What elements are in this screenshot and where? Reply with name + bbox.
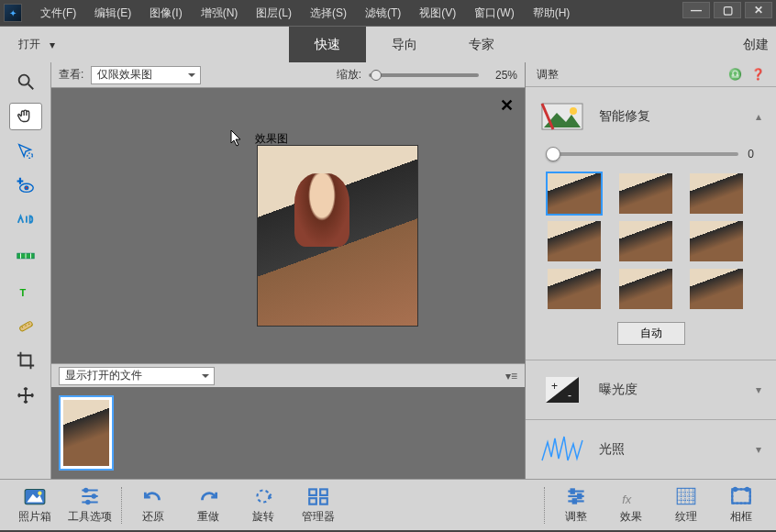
preset-9[interactable] — [690, 269, 743, 309]
menu-window[interactable]: 窗口(W) — [465, 3, 523, 24]
smart-fix-slider[interactable]: 0 — [540, 148, 761, 161]
zoom-label: 缩放: — [337, 67, 361, 83]
frame-button[interactable]: 相框 — [714, 482, 769, 528]
rotate-button[interactable]: 旋转 — [236, 482, 291, 528]
menu-filter[interactable]: 滤镜(T) — [356, 3, 410, 24]
organizer-button[interactable]: 管理器 — [291, 482, 346, 528]
close-image-button[interactable]: ✕ — [500, 95, 514, 116]
view-dropdown[interactable]: 仅限效果图 — [91, 66, 201, 84]
maximize-button[interactable]: ▢ — [714, 2, 741, 18]
minimize-button[interactable]: ― — [682, 2, 710, 18]
menu-view[interactable]: 视图(V) — [410, 3, 465, 24]
adjust-button[interactable]: 调整 — [549, 482, 604, 528]
menu-layer[interactable]: 图层(L) — [247, 3, 301, 24]
svg-rect-31 — [320, 489, 327, 495]
smart-fix-section: 智能修复 ▴ 0 自动 — [526, 87, 776, 360]
canvas-image[interactable] — [257, 145, 418, 327]
workspace: 查看: 仅限效果图 缩放: 25% ✕ 效果图 显示打开的文件 ▾≡ — [51, 62, 525, 479]
svg-point-5 — [25, 186, 28, 190]
menu-help[interactable]: 帮助(H) — [524, 3, 580, 24]
panel-title: 调整 — [537, 67, 559, 83]
svg-point-12 — [21, 327, 22, 327]
svg-rect-33 — [320, 498, 327, 504]
svg-point-29 — [258, 490, 270, 502]
close-button[interactable]: ✕ — [745, 2, 772, 18]
tab-create[interactable]: 创建 — [736, 37, 776, 53]
reset-icon[interactable]: ♎ — [728, 68, 742, 81]
preset-6[interactable] — [690, 221, 743, 261]
filmstrip-menu-icon[interactable]: ▾≡ — [505, 370, 517, 382]
titlebar: ✦ 文件(F) 编辑(E) 图像(I) 增强(N) 图层(L) 选择(S) 滤镜… — [0, 0, 776, 26]
filmstrip-dropdown[interactable]: 显示打开的文件 — [59, 367, 215, 385]
whiten-tool[interactable] — [9, 207, 42, 235]
tab-quick[interactable]: 快速 — [289, 27, 366, 62]
tab-guided[interactable]: 导向 — [366, 27, 443, 62]
texture-button[interactable]: 纹理 — [659, 482, 714, 528]
svg-rect-38 — [578, 493, 581, 497]
chevron-down-icon: ▾ — [50, 39, 55, 51]
smart-fix-value: 0 — [748, 148, 754, 161]
open-button[interactable]: 打开 ▾ — [0, 29, 73, 60]
preset-3[interactable] — [690, 173, 743, 214]
move-tool[interactable] — [9, 382, 42, 409]
adjustments-panel: 调整 ♎ ❓ 智能修复 ▴ 0 — [525, 62, 776, 479]
preset-7[interactable] — [548, 269, 601, 309]
preset-8[interactable] — [619, 269, 672, 309]
auto-button[interactable]: 自动 — [617, 322, 685, 345]
menu-edit[interactable]: 编辑(E) — [85, 3, 140, 24]
preset-2[interactable] — [619, 173, 672, 214]
tools-column: + T — [0, 62, 51, 479]
svg-point-28 — [86, 500, 89, 503]
chevron-down-icon: ▾ — [756, 383, 761, 396]
canvas-area[interactable]: ✕ 效果图 — [51, 88, 525, 363]
svg-text:fx: fx — [622, 492, 632, 505]
smart-fix-presets — [540, 173, 761, 309]
undo-button[interactable]: 还原 — [126, 482, 181, 528]
preset-1[interactable] — [548, 173, 601, 214]
tooloptions-button[interactable]: 工具选项 — [62, 482, 117, 528]
svg-rect-37 — [571, 489, 574, 493]
app-icon: ✦ — [4, 4, 22, 22]
menu-enhance[interactable]: 增强(N) — [192, 3, 248, 24]
chevron-down-icon: ▾ — [756, 443, 761, 456]
filmstrip-thumb[interactable] — [59, 395, 114, 471]
svg-rect-39 — [573, 499, 576, 503]
svg-text:+: + — [551, 380, 558, 393]
exposure-icon: +- — [540, 373, 586, 406]
bottom-bar: 照片箱 工具选项 还原 重做 旋转 管理器 调整 fx效果 纹理 相框 — [0, 479, 776, 530]
exposure-section[interactable]: +- 曝光度 ▾ — [526, 360, 776, 420]
exposure-title: 曝光度 — [599, 382, 743, 398]
smart-fix-header[interactable]: 智能修复 ▴ — [540, 100, 761, 133]
svg-point-2 — [27, 153, 32, 159]
redo-button[interactable]: 重做 — [181, 482, 236, 528]
smart-fix-title: 智能修复 — [599, 108, 743, 125]
tab-expert[interactable]: 专家 — [443, 27, 520, 62]
healing-tool[interactable] — [9, 312, 42, 339]
menu-file[interactable]: 文件(F) — [31, 3, 85, 24]
window-controls: ― ▢ ✕ — [682, 2, 772, 18]
svg-point-45 — [746, 487, 748, 490]
svg-rect-11 — [18, 321, 32, 332]
hand-tool[interactable] — [9, 103, 42, 130]
effects-button[interactable]: fx效果 — [604, 482, 659, 528]
straighten-tool[interactable] — [9, 242, 42, 270]
svg-point-25 — [38, 491, 41, 494]
quickselect-tool[interactable] — [9, 138, 42, 165]
svg-point-0 — [18, 75, 28, 85]
svg-point-14 — [28, 323, 28, 324]
svg-point-26 — [84, 488, 87, 491]
help-icon[interactable]: ❓ — [751, 68, 765, 81]
photobin-button[interactable]: 照片箱 — [7, 482, 62, 528]
menu-image[interactable]: 图像(I) — [140, 3, 191, 24]
preset-5[interactable] — [619, 221, 672, 261]
text-tool[interactable]: T — [9, 277, 42, 305]
svg-point-17 — [570, 107, 577, 115]
crop-tool[interactable] — [9, 347, 42, 374]
menu-select[interactable]: 选择(S) — [301, 3, 356, 24]
zoom-tool[interactable] — [9, 68, 42, 95]
redeye-tool[interactable]: + — [9, 172, 42, 200]
zoom-slider[interactable] — [369, 73, 479, 77]
preset-4[interactable] — [548, 221, 601, 261]
chevron-up-icon: ▴ — [756, 110, 761, 123]
lighting-section[interactable]: 光照 ▾ — [526, 420, 776, 479]
